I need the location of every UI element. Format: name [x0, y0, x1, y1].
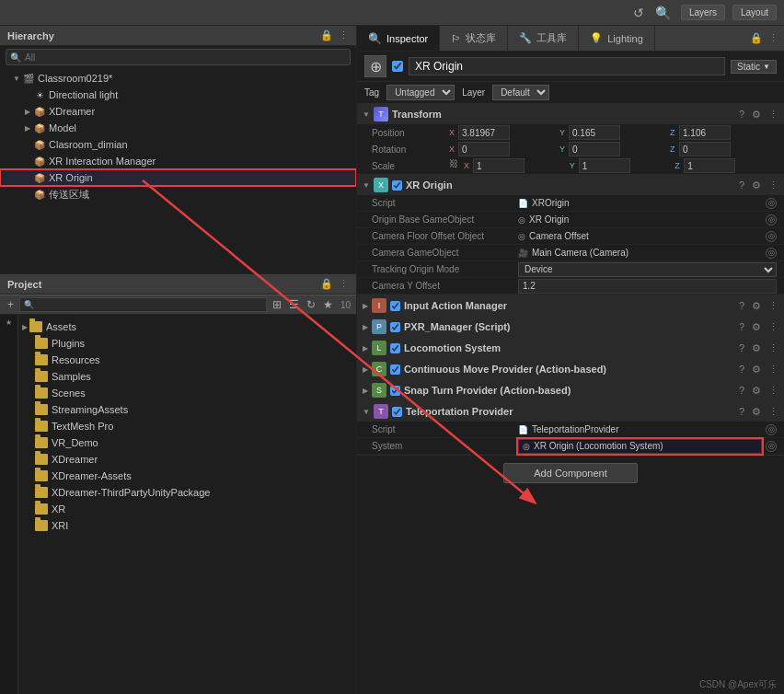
teleportation-checkbox[interactable] — [392, 407, 402, 417]
project-folder-plugins[interactable]: Plugins — [18, 335, 356, 352]
project-folder-resources[interactable]: Resources — [18, 352, 356, 368]
continuous-move-help-icon[interactable]: ? — [739, 364, 744, 375]
layout-btn[interactable]: Layout — [732, 5, 777, 20]
project-folder-streaming[interactable]: StreamingAssets — [18, 401, 356, 418]
teleportation-settings-icon[interactable]: ⚙ — [752, 406, 761, 418]
pos-x-input[interactable] — [458, 125, 510, 140]
tab-lighting[interactable]: 💡 Lighting — [579, 26, 655, 51]
go-active-checkbox[interactable] — [392, 61, 403, 72]
project-folder-textmesh[interactable]: TextMesh Pro — [18, 418, 356, 434]
history-btn[interactable]: ↺ — [630, 6, 647, 20]
inspector-lock-icon[interactable]: 🔒 — [750, 32, 763, 44]
teleport-system-target[interactable]: ◎ — [766, 441, 777, 452]
hierarchy-item-dirlight[interactable]: ☀ Directional light — [0, 87, 356, 103]
input-action-checkbox[interactable] — [390, 301, 400, 311]
project-folder-vrdemo[interactable]: VR_Demo — [18, 434, 356, 451]
scale-link-icon[interactable]: ⛓ — [449, 158, 458, 173]
locomotion-checkbox[interactable] — [390, 343, 400, 353]
project-folder-xri[interactable]: XRI — [18, 517, 356, 534]
pos-z-input[interactable] — [679, 125, 731, 140]
project-btn4[interactable]: ★ — [321, 298, 335, 311]
layer-select[interactable]: Default — [492, 85, 549, 100]
pos-y-input[interactable] — [569, 125, 620, 140]
rot-y-input[interactable] — [569, 142, 620, 156]
continuous-move-settings-icon[interactable]: ⚙ — [752, 364, 761, 376]
tag-select[interactable]: Untagged — [386, 85, 455, 100]
hierarchy-item-xdreamer[interactable]: ▶ 📦 XDreamer — [0, 103, 356, 120]
xr-origin-header[interactable]: ▼ X XR Origin ? ⚙ ⋮ — [357, 175, 784, 195]
transform-help-icon[interactable]: ? — [739, 109, 744, 120]
xr-origin-help-icon[interactable]: ? — [739, 179, 744, 191]
project-folder-xdreamer-third[interactable]: XDreamer-ThirdPartyUnityPackage — [18, 484, 356, 501]
snap-turn-menu-icon[interactable]: ⋮ — [768, 385, 778, 397]
project-btn1[interactable]: ⊞ — [271, 298, 283, 311]
project-lock-icon[interactable]: 🔒 — [320, 278, 333, 290]
hierarchy-item-clasroom[interactable]: 📦 Clasroom_dimian — [0, 136, 356, 153]
xr-origin-menu-icon[interactable]: ⋮ — [768, 179, 778, 191]
camera-floor-target-icon[interactable]: ◎ — [766, 231, 777, 242]
scale-z-input[interactable] — [684, 158, 735, 173]
continuous-move-menu-icon[interactable]: ⋮ — [768, 364, 778, 376]
locomotion-settings-icon[interactable]: ⚙ — [752, 342, 761, 354]
project-folder-xdreamer-assets[interactable]: XDreamer-Assets — [18, 468, 356, 484]
tab-state-lib[interactable]: 🏳 状态库 — [440, 26, 508, 51]
inspector-menu-icon[interactable]: ⋮ — [768, 32, 778, 44]
input-action-menu-icon[interactable]: ⋮ — [768, 300, 778, 312]
search-btn[interactable]: 🔍 — [652, 6, 674, 20]
teleportation-header[interactable]: ▼ T Teleportation Provider ? ⚙ ⋮ — [357, 401, 784, 422]
origin-base-target-icon[interactable]: ◎ — [766, 214, 777, 226]
project-folder-scenes[interactable]: Scenes — [18, 385, 356, 401]
locomotion-header[interactable]: ▶ L Locomotion System ? ⚙ ⋮ — [357, 338, 784, 358]
project-folder-xdreamer[interactable]: XDreamer — [18, 451, 356, 468]
teleportation-help-icon[interactable]: ? — [739, 406, 744, 417]
pxr-settings-icon[interactable]: ⚙ — [752, 321, 761, 333]
scale-x-input[interactable] — [473, 158, 525, 173]
hierarchy-menu-icon[interactable]: ⋮ — [339, 29, 349, 41]
teleportation-menu-icon[interactable]: ⋮ — [768, 406, 778, 418]
xr-script-target-icon[interactable]: ◎ — [766, 198, 777, 209]
camera-y-value[interactable]: 1.2 — [518, 279, 777, 294]
go-name-input[interactable] — [409, 57, 725, 75]
transform-menu-icon[interactable]: ⋮ — [768, 109, 778, 121]
input-action-header[interactable]: ▶ I Input Action Manager ? ⚙ ⋮ — [357, 295, 784, 316]
teleport-system-box[interactable]: ◎ XR Origin (Locomotion System) — [518, 439, 762, 454]
pxr-help-icon[interactable]: ? — [739, 321, 744, 332]
project-add-btn[interactable]: + — [6, 298, 16, 311]
continuous-move-checkbox[interactable] — [390, 364, 400, 375]
hierarchy-item-xrim[interactable]: 📦 XR Interaction Manager — [0, 153, 356, 169]
transform-header[interactable]: ▼ T Transform ? ⚙ ⋮ — [357, 104, 784, 124]
snap-turn-help-icon[interactable]: ? — [739, 385, 744, 396]
continuous-move-header[interactable]: ▶ C Continuous Move Provider (Action-bas… — [357, 359, 784, 379]
project-menu-icon[interactable]: ⋮ — [339, 278, 349, 290]
locomotion-help-icon[interactable]: ? — [739, 342, 744, 353]
hierarchy-lock-icon[interactable]: 🔒 — [320, 29, 333, 41]
tracking-mode-select[interactable]: Device — [518, 262, 777, 277]
add-component-btn[interactable]: Add Component — [503, 463, 638, 483]
pxr-menu-icon[interactable]: ⋮ — [768, 321, 778, 333]
locomotion-menu-icon[interactable]: ⋮ — [768, 342, 778, 354]
project-btn2[interactable]: ☰ — [287, 298, 301, 311]
hierarchy-item-classroom[interactable]: ▼ 🎬 Classroom0219* — [0, 70, 356, 87]
camera-go-target-icon[interactable]: ◎ — [766, 248, 777, 259]
rot-x-input[interactable] — [458, 142, 510, 156]
project-btn3[interactable]: ↻ — [305, 298, 317, 311]
snap-turn-checkbox[interactable] — [390, 386, 400, 396]
project-folder-xr[interactable]: XR — [18, 501, 356, 517]
input-action-help-icon[interactable]: ? — [739, 300, 744, 311]
hierarchy-item-teleport-zone[interactable]: 📦 传送区域 — [0, 186, 356, 202]
layers-btn[interactable]: Layers — [681, 5, 725, 20]
tab-tool-lib[interactable]: 🔧 工具库 — [508, 26, 579, 51]
xr-origin-checkbox[interactable] — [392, 180, 402, 191]
teleport-script-target[interactable]: ◎ — [766, 424, 777, 435]
tab-inspector[interactable]: 🔍 Inspector — [357, 26, 440, 51]
hierarchy-item-model[interactable]: ▶ 📦 Model — [0, 120, 356, 136]
pxr-header[interactable]: ▶ P PXR_Manager (Script) ? ⚙ ⋮ — [357, 317, 784, 337]
static-badge[interactable]: Static ▼ — [731, 60, 777, 74]
scale-y-input[interactable] — [579, 158, 630, 173]
xr-origin-settings-icon[interactable]: ⚙ — [752, 179, 761, 191]
hierarchy-search-input[interactable] — [25, 52, 135, 63]
rot-z-input[interactable] — [679, 142, 731, 156]
pxr-checkbox[interactable] — [390, 322, 400, 332]
project-assets-root[interactable]: ▶ Assets — [18, 318, 356, 335]
hierarchy-item-xrorigin[interactable]: 📦 XR Origin — [0, 169, 356, 186]
